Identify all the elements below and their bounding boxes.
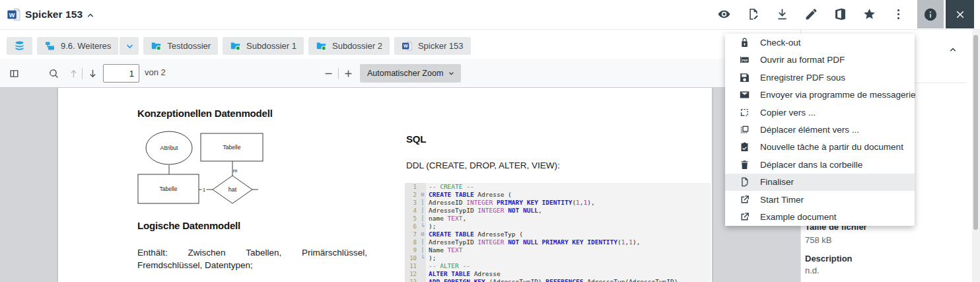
menu-item-ouvrir-au-format-pdf[interactable]: PDFOuvrir au format PDF	[725, 51, 915, 68]
menu-item-label: Déplacer élément vers ...	[760, 125, 859, 135]
pdf-viewer-area: Konzeptionellen Datenmodell Attribut Tab…	[0, 88, 800, 282]
menu-item-example-document[interactable]: Example document	[725, 209, 915, 226]
code-line-number: 8	[405, 238, 419, 246]
folder-icon	[316, 40, 327, 52]
diagram-rect-left-label: Tabelle	[160, 186, 178, 192]
zoom-select-value: Automatischer Zoom	[367, 69, 447, 78]
info-icon	[923, 7, 938, 22]
title-bar: W Spicker 153	[0, 0, 980, 30]
divider	[82, 68, 83, 79]
close-button[interactable]	[946, 0, 974, 28]
code-line-text: name TEXT,	[426, 215, 466, 223]
code-line: 5│name TEXT,	[405, 215, 711, 223]
sql-code-block: 1 -- CREATE --2⊟CREATE TABLE Adresse (3│…	[405, 183, 711, 282]
doc-ddl-line: DDL (CREATE, DROP, ALTER, VIEW):	[406, 160, 560, 170]
doc-paragraph: Enthält: Zwischen Tabellen, Primärschlüs…	[137, 246, 367, 271]
pdf-icon: PDF	[739, 54, 750, 65]
code-line-number: 1	[405, 183, 419, 191]
panel-collapse-chevron-up-icon[interactable]	[948, 44, 958, 55]
code-line-number: 13	[405, 278, 419, 282]
fold-guide	[419, 262, 426, 270]
breadcrumb: 9.6. WeiteresTestdossierSubdossier 1Subd…	[0, 30, 800, 59]
code-line: 13 ADD FOREIGN KEY (AdresseTypID) REFERE…	[405, 278, 711, 282]
panel-scrollbar[interactable]	[972, 30, 980, 282]
fold-guide: │	[419, 238, 426, 246]
download-button[interactable]	[773, 5, 791, 24]
code-line-text: AdresseTypID INTEGER NOT NULL,	[426, 207, 542, 215]
code-line-number: 2	[405, 191, 419, 199]
breadcrumb-item-subdossier-1[interactable]: Subdossier 1	[223, 37, 304, 55]
code-line-text: );	[426, 223, 436, 230]
trash-icon	[739, 159, 750, 170]
menu-item-enregistrer-pdf-sous[interactable]: Enregistrer PDF sous	[725, 69, 915, 86]
description-label: Description	[805, 254, 853, 264]
fold-toggle-icon[interactable]: ⊟	[419, 230, 426, 238]
menu-item-d-placer-dans-la-corbeille[interactable]: Déplacer dans la corbeille	[725, 156, 915, 173]
menu-item-finaliser[interactable]: Finaliser	[725, 174, 915, 191]
doc-paragraph-line2: Fremdschlüssel, Datentypen;	[137, 259, 367, 271]
breadcrumb-item-testdossier[interactable]: Testdossier	[143, 37, 218, 55]
zoom-select[interactable]: Automatischer Zoom	[360, 64, 461, 83]
code-line: 3│AdresseID INTEGER PRIMARY KEY IDENTITY…	[405, 199, 711, 207]
menu-item-nouvelle-t-che-partir-du-document[interactable]: Nouvelle tâche à partir du document	[725, 139, 915, 156]
database-icon	[14, 40, 25, 52]
diagram-diamond-label: hat	[228, 186, 237, 193]
doc-edit-icon	[746, 7, 760, 21]
code-line-text: CREATE TABLE AdresseTyp (	[426, 230, 523, 238]
next-page-button[interactable]	[84, 65, 101, 82]
word-icon: W	[402, 40, 413, 52]
code-line-number: 12	[405, 270, 419, 278]
open-in-office-button[interactable]	[831, 5, 849, 24]
zoom-out-button[interactable]	[320, 65, 337, 82]
toolbar-icon-group	[715, 0, 918, 28]
chevron-up-icon[interactable]	[85, 10, 96, 20]
menu-item-label: Déplacer dans la corbeille	[760, 160, 862, 170]
info-button[interactable]	[917, 0, 944, 28]
page-count-label: von 2	[145, 67, 166, 77]
sidebar-toggle-button[interactable]	[5, 65, 22, 82]
menu-item-d-placer-l-ment-vers[interactable]: Déplacer élément vers ...	[725, 121, 915, 138]
more-options-button[interactable]	[889, 5, 907, 24]
external-icon	[739, 194, 750, 205]
fold-guide	[419, 183, 426, 191]
menu-item-label: Check-out	[760, 38, 801, 48]
breadcrumb-item-spicker-153[interactable]: WSpicker 153	[394, 37, 471, 55]
breadcrumb-item-subdossier-2[interactable]: Subdossier 2	[308, 37, 390, 55]
menu-item-copier-vers[interactable]: Copier vers ...	[725, 104, 915, 121]
edit-button[interactable]	[802, 5, 820, 24]
zoom-in-button[interactable]	[339, 65, 357, 82]
favorite-button[interactable]	[860, 5, 878, 24]
diagram-cardinality-many: m	[233, 168, 238, 174]
doc-heading-sql: SQL	[406, 133, 426, 145]
code-line-number: 9	[405, 246, 419, 254]
description-value: n.d.	[805, 265, 820, 275]
menu-item-envoyer-via-programme-de-messagerie[interactable]: Envoyer via programme de messagerie	[725, 86, 915, 103]
page-title: Spicker 153	[25, 0, 83, 29]
code-line-text: -- ALTER --	[426, 262, 470, 270]
breadcrumb-item-9-6-weiteres[interactable]: 9.6. Weiteres	[37, 37, 118, 55]
code-line-number: 11	[405, 262, 419, 270]
code-line-number: 6	[405, 223, 419, 230]
context-menu: Check-outPDFOuvrir au format PDFEnregist…	[725, 34, 915, 226]
svg-text:W: W	[403, 44, 408, 49]
breadcrumb-dropdown-toggle[interactable]	[120, 37, 139, 55]
code-line: 11 -- ALTER --	[405, 262, 711, 270]
fold-toggle-icon[interactable]: ⊟	[419, 191, 426, 199]
breadcrumb-item-root[interactable]	[7, 37, 32, 55]
search-button[interactable]	[45, 65, 62, 82]
diagram-rect-top-label: Tabelle	[223, 144, 241, 151]
page-number-input[interactable]	[103, 64, 139, 83]
star-icon	[862, 7, 876, 21]
breadcrumb-label: Testdossier	[167, 41, 211, 51]
menu-item-check-out[interactable]: Check-out	[725, 34, 915, 51]
doc-heading-logical: Logische Datenmodell	[137, 220, 240, 231]
scrollbar-thumb[interactable]	[973, 35, 978, 230]
menu-item-start-timer[interactable]: Start Timer	[725, 191, 915, 208]
previous-page-button[interactable]	[65, 65, 82, 82]
document-page: Konzeptionellen Datenmodell Attribut Tab…	[58, 88, 712, 282]
edit-document-button[interactable]	[744, 5, 762, 24]
breadcrumb-label: Subdossier 2	[332, 41, 382, 51]
kebab-icon	[892, 7, 905, 21]
preview-button[interactable]	[715, 5, 733, 24]
copy-to-icon	[739, 107, 750, 118]
